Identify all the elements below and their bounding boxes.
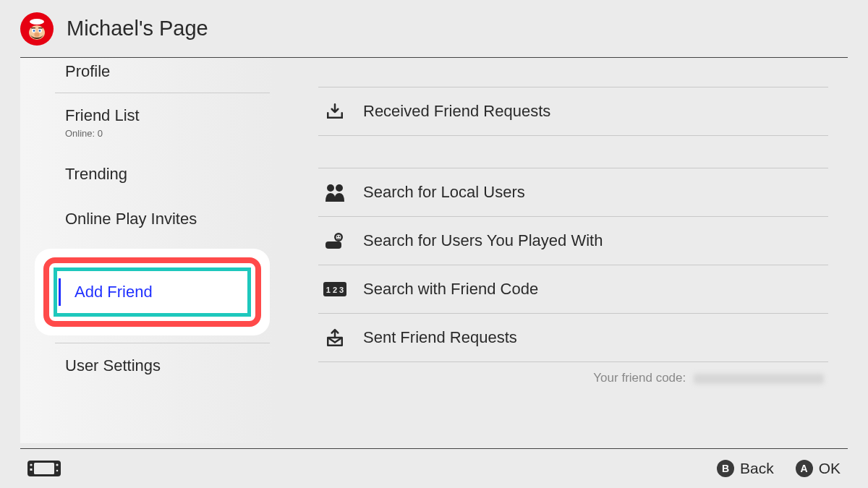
svg-point-11 bbox=[327, 184, 334, 192]
page-title: Michael's Page bbox=[67, 17, 208, 40]
svg-point-2 bbox=[30, 19, 44, 25]
svg-point-17 bbox=[339, 236, 341, 237]
sidebar-item-sublabel: Online: 0 bbox=[65, 128, 277, 139]
row-received-friend-requests[interactable]: Received Friend Requests bbox=[318, 87, 828, 136]
back-label: Back bbox=[740, 460, 774, 477]
b-button-icon: B bbox=[717, 460, 734, 477]
annotation-highlight: Add Friend bbox=[35, 249, 270, 335]
svg-point-23 bbox=[30, 463, 32, 466]
svg-point-24 bbox=[56, 463, 58, 466]
svg-rect-10 bbox=[38, 27, 43, 29]
ok-label: OK bbox=[819, 460, 841, 477]
sidebar-item-label: Add Friend bbox=[67, 283, 153, 301]
svg-rect-13 bbox=[326, 241, 341, 249]
row-search-friend-code[interactable]: 1 2 3 Search with Friend Code bbox=[318, 265, 828, 314]
row-label: Search with Friend Code bbox=[363, 280, 538, 299]
your-friend-code: Your friend code: bbox=[318, 371, 828, 385]
row-search-local-users[interactable]: Search for Local Users bbox=[318, 168, 828, 217]
friend-code-value-redacted bbox=[694, 374, 824, 384]
sidebar-item-trending[interactable]: Trending bbox=[20, 152, 277, 197]
svg-point-8 bbox=[34, 33, 39, 37]
footer-buttons: B Back A OK bbox=[717, 460, 841, 477]
user-avatar[interactable] bbox=[20, 12, 54, 46]
svg-point-6 bbox=[33, 30, 35, 32]
annotation-highlight-border: Add Friend bbox=[43, 257, 261, 327]
outbox-upload-icon bbox=[323, 328, 347, 347]
friend-code-label: Your friend code: bbox=[593, 371, 686, 385]
svg-rect-22 bbox=[34, 463, 54, 474]
sidebar-item-online-play-invites[interactable]: Online Play Invites bbox=[20, 197, 277, 241]
svg-text:1 2 3: 1 2 3 bbox=[326, 286, 344, 294]
numbers-123-icon: 1 2 3 bbox=[323, 282, 347, 296]
main-panel: Received Friend Requests Search for Loca… bbox=[318, 87, 828, 443]
sidebar-item-user-settings[interactable]: User Settings bbox=[55, 343, 270, 388]
sidebar-item-friend-list[interactable]: Friend List Online: 0 bbox=[20, 93, 277, 152]
ok-button[interactable]: A OK bbox=[796, 460, 841, 477]
console-icon[interactable] bbox=[27, 461, 61, 476]
inbox-download-icon bbox=[323, 102, 347, 121]
svg-point-16 bbox=[337, 236, 339, 237]
svg-point-12 bbox=[336, 184, 343, 192]
row-label: Search for Users You Played With bbox=[363, 231, 603, 250]
two-users-icon bbox=[323, 183, 347, 202]
sidebar-item-label: Online Play Invites bbox=[65, 210, 197, 228]
svg-rect-25 bbox=[30, 468, 33, 471]
controller-user-icon bbox=[323, 231, 347, 250]
row-label: Search for Local Users bbox=[363, 183, 525, 202]
svg-point-26 bbox=[56, 470, 59, 472]
row-search-users-played-with[interactable]: Search for Users You Played With bbox=[318, 217, 828, 265]
svg-rect-9 bbox=[31, 27, 35, 29]
header: Michael's Page bbox=[20, 0, 848, 58]
sidebar-item-add-friend[interactable]: Add Friend bbox=[54, 267, 251, 317]
back-button[interactable]: B Back bbox=[717, 460, 774, 477]
sidebar: Profile Friend List Online: 0 Trending O… bbox=[20, 58, 277, 443]
sidebar-item-label: Profile bbox=[65, 62, 110, 80]
a-button-icon: A bbox=[796, 460, 813, 477]
sidebar-item-label: Trending bbox=[65, 165, 127, 183]
row-label: Received Friend Requests bbox=[363, 102, 550, 121]
row-label: Sent Friend Requests bbox=[363, 328, 517, 347]
sidebar-item-label: User Settings bbox=[65, 356, 161, 374]
section-spacer bbox=[318, 136, 828, 168]
mario-avatar-icon bbox=[22, 14, 51, 43]
row-sent-friend-requests[interactable]: Sent Friend Requests bbox=[318, 314, 828, 362]
footer: B Back A OK bbox=[20, 448, 848, 488]
sidebar-item-profile[interactable]: Profile bbox=[55, 58, 270, 93]
sidebar-item-label: Friend List bbox=[65, 106, 140, 124]
svg-point-7 bbox=[39, 30, 41, 32]
